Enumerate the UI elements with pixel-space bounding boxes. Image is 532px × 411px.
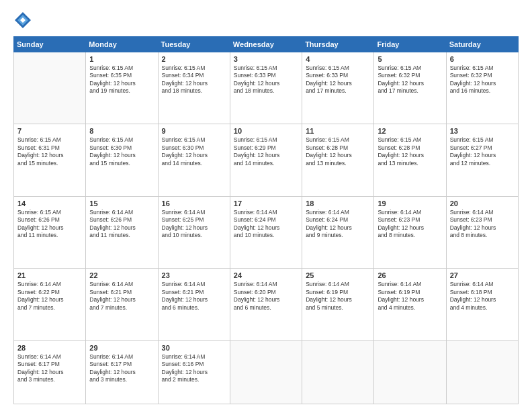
- weekday-header: Sunday: [14, 37, 86, 52]
- cell-info: Sunrise: 6:14 AM Sunset: 6:17 PM Dayligh…: [17, 353, 82, 384]
- day-number: 2: [162, 55, 226, 63]
- day-number: 3: [234, 55, 298, 63]
- day-number: 25: [306, 271, 370, 279]
- calendar-cell: 25Sunrise: 6:14 AM Sunset: 6:19 PM Dayli…: [302, 269, 374, 340]
- calendar-cell: 4Sunrise: 6:15 AM Sunset: 6:33 PM Daylig…: [302, 52, 374, 124]
- day-number: 12: [378, 127, 442, 135]
- day-number: 20: [450, 199, 515, 208]
- calendar-week-row: 7Sunrise: 6:15 AM Sunset: 6:31 PM Daylig…: [14, 124, 519, 196]
- day-number: 11: [306, 127, 370, 135]
- day-number: 7: [17, 127, 82, 135]
- calendar-table: SundayMondayTuesdayWednesdayThursdayFrid…: [13, 36, 519, 404]
- calendar-cell: 26Sunrise: 6:14 AM Sunset: 6:19 PM Dayli…: [374, 269, 446, 340]
- calendar-cell: 16Sunrise: 6:14 AM Sunset: 6:25 PM Dayli…: [158, 196, 230, 268]
- calendar-cell: 24Sunrise: 6:14 AM Sunset: 6:20 PM Dayli…: [230, 269, 302, 340]
- calendar-cell: 20Sunrise: 6:14 AM Sunset: 6:23 PM Dayli…: [446, 196, 518, 268]
- cell-info: Sunrise: 6:15 AM Sunset: 6:27 PM Dayligh…: [450, 136, 515, 167]
- calendar-cell: 12Sunrise: 6:15 AM Sunset: 6:28 PM Dayli…: [374, 124, 446, 196]
- calendar-cell: 11Sunrise: 6:15 AM Sunset: 6:28 PM Dayli…: [302, 124, 374, 196]
- cell-info: Sunrise: 6:15 AM Sunset: 6:35 PM Dayligh…: [89, 64, 154, 95]
- day-number: 24: [234, 271, 298, 279]
- calendar-cell: 9Sunrise: 6:15 AM Sunset: 6:30 PM Daylig…: [158, 124, 230, 196]
- calendar-cell: 29Sunrise: 6:14 AM Sunset: 6:17 PM Dayli…: [86, 340, 158, 404]
- cell-info: Sunrise: 6:14 AM Sunset: 6:23 PM Dayligh…: [450, 209, 515, 240]
- day-number: 19: [378, 199, 442, 208]
- cell-info: Sunrise: 6:14 AM Sunset: 6:17 PM Dayligh…: [89, 353, 154, 384]
- cell-info: Sunrise: 6:14 AM Sunset: 6:24 PM Dayligh…: [306, 209, 370, 240]
- calendar-cell: 3Sunrise: 6:15 AM Sunset: 6:33 PM Daylig…: [230, 52, 302, 124]
- day-number: 1: [89, 55, 154, 63]
- calendar-cell: 22Sunrise: 6:14 AM Sunset: 6:21 PM Dayli…: [86, 269, 158, 340]
- calendar-cell: 18Sunrise: 6:14 AM Sunset: 6:24 PM Dayli…: [302, 196, 374, 268]
- calendar-cell: 19Sunrise: 6:14 AM Sunset: 6:23 PM Dayli…: [374, 196, 446, 268]
- calendar-cell: [446, 340, 518, 404]
- day-number: 6: [450, 55, 515, 63]
- logo: [13, 11, 35, 30]
- day-number: 27: [450, 271, 515, 279]
- weekday-header-row: SundayMondayTuesdayWednesdayThursdayFrid…: [14, 37, 519, 52]
- cell-info: Sunrise: 6:14 AM Sunset: 6:26 PM Dayligh…: [89, 209, 154, 240]
- calendar-cell: 7Sunrise: 6:15 AM Sunset: 6:31 PM Daylig…: [14, 124, 86, 196]
- day-number: 30: [162, 344, 226, 352]
- day-number: 23: [162, 271, 226, 279]
- calendar-cell: 27Sunrise: 6:14 AM Sunset: 6:18 PM Dayli…: [446, 269, 518, 340]
- cell-info: Sunrise: 6:15 AM Sunset: 6:29 PM Dayligh…: [234, 136, 298, 167]
- cell-info: Sunrise: 6:14 AM Sunset: 6:21 PM Dayligh…: [89, 281, 154, 312]
- day-number: 15: [89, 199, 154, 208]
- calendar-cell: [14, 52, 86, 124]
- cell-info: Sunrise: 6:15 AM Sunset: 6:34 PM Dayligh…: [162, 64, 226, 95]
- cell-info: Sunrise: 6:15 AM Sunset: 6:32 PM Dayligh…: [450, 64, 515, 95]
- header: [13, 11, 519, 30]
- cell-info: Sunrise: 6:15 AM Sunset: 6:30 PM Dayligh…: [89, 136, 154, 167]
- weekday-header: Tuesday: [158, 37, 230, 52]
- calendar-week-row: 1Sunrise: 6:15 AM Sunset: 6:35 PM Daylig…: [14, 52, 519, 124]
- cell-info: Sunrise: 6:15 AM Sunset: 6:32 PM Dayligh…: [378, 64, 442, 95]
- day-number: 17: [234, 199, 298, 208]
- cell-info: Sunrise: 6:14 AM Sunset: 6:22 PM Dayligh…: [17, 281, 82, 312]
- cell-info: Sunrise: 6:14 AM Sunset: 6:25 PM Dayligh…: [162, 209, 226, 240]
- calendar-cell: 8Sunrise: 6:15 AM Sunset: 6:30 PM Daylig…: [86, 124, 158, 196]
- cell-info: Sunrise: 6:14 AM Sunset: 6:19 PM Dayligh…: [378, 281, 442, 312]
- calendar-week-row: 28Sunrise: 6:14 AM Sunset: 6:17 PM Dayli…: [14, 340, 519, 404]
- weekday-header: Monday: [86, 37, 158, 52]
- cell-info: Sunrise: 6:15 AM Sunset: 6:28 PM Dayligh…: [378, 136, 442, 167]
- day-number: 8: [89, 127, 154, 135]
- calendar-cell: 5Sunrise: 6:15 AM Sunset: 6:32 PM Daylig…: [374, 52, 446, 124]
- calendar-cell: 17Sunrise: 6:14 AM Sunset: 6:24 PM Dayli…: [230, 196, 302, 268]
- day-number: 29: [89, 344, 154, 352]
- calendar-cell: 21Sunrise: 6:14 AM Sunset: 6:22 PM Dayli…: [14, 269, 86, 340]
- calendar-cell: 2Sunrise: 6:15 AM Sunset: 6:34 PM Daylig…: [158, 52, 230, 124]
- logo-icon: [13, 11, 32, 30]
- calendar-cell: 6Sunrise: 6:15 AM Sunset: 6:32 PM Daylig…: [446, 52, 518, 124]
- day-number: 4: [306, 55, 370, 63]
- weekday-header: Friday: [374, 37, 446, 52]
- calendar-week-row: 14Sunrise: 6:15 AM Sunset: 6:26 PM Dayli…: [14, 196, 519, 268]
- calendar-week-row: 21Sunrise: 6:14 AM Sunset: 6:22 PM Dayli…: [14, 269, 519, 340]
- day-number: 13: [450, 127, 515, 135]
- calendar-cell: 15Sunrise: 6:14 AM Sunset: 6:26 PM Dayli…: [86, 196, 158, 268]
- cell-info: Sunrise: 6:14 AM Sunset: 6:21 PM Dayligh…: [162, 281, 226, 312]
- calendar-cell: [374, 340, 446, 404]
- calendar-cell: 14Sunrise: 6:15 AM Sunset: 6:26 PM Dayli…: [14, 196, 86, 268]
- day-number: 14: [17, 199, 82, 208]
- day-number: 10: [234, 127, 298, 135]
- day-number: 28: [17, 344, 82, 352]
- day-number: 18: [306, 199, 370, 208]
- cell-info: Sunrise: 6:14 AM Sunset: 6:16 PM Dayligh…: [162, 353, 226, 384]
- page: SundayMondayTuesdayWednesdayThursdayFrid…: [0, 0, 532, 411]
- cell-info: Sunrise: 6:14 AM Sunset: 6:18 PM Dayligh…: [450, 281, 515, 312]
- day-number: 16: [162, 199, 226, 208]
- cell-info: Sunrise: 6:14 AM Sunset: 6:24 PM Dayligh…: [234, 209, 298, 240]
- cell-info: Sunrise: 6:15 AM Sunset: 6:26 PM Dayligh…: [17, 209, 82, 240]
- day-number: 21: [17, 271, 82, 279]
- weekday-header: Wednesday: [230, 37, 302, 52]
- day-number: 22: [89, 271, 154, 279]
- cell-info: Sunrise: 6:15 AM Sunset: 6:33 PM Dayligh…: [306, 64, 370, 95]
- cell-info: Sunrise: 6:14 AM Sunset: 6:19 PM Dayligh…: [306, 281, 370, 312]
- cell-info: Sunrise: 6:14 AM Sunset: 6:23 PM Dayligh…: [378, 209, 442, 240]
- cell-info: Sunrise: 6:15 AM Sunset: 6:33 PM Dayligh…: [234, 64, 298, 95]
- calendar-cell: [302, 340, 374, 404]
- day-number: 26: [378, 271, 442, 279]
- calendar-cell: 10Sunrise: 6:15 AM Sunset: 6:29 PM Dayli…: [230, 124, 302, 196]
- cell-info: Sunrise: 6:14 AM Sunset: 6:20 PM Dayligh…: [234, 281, 298, 312]
